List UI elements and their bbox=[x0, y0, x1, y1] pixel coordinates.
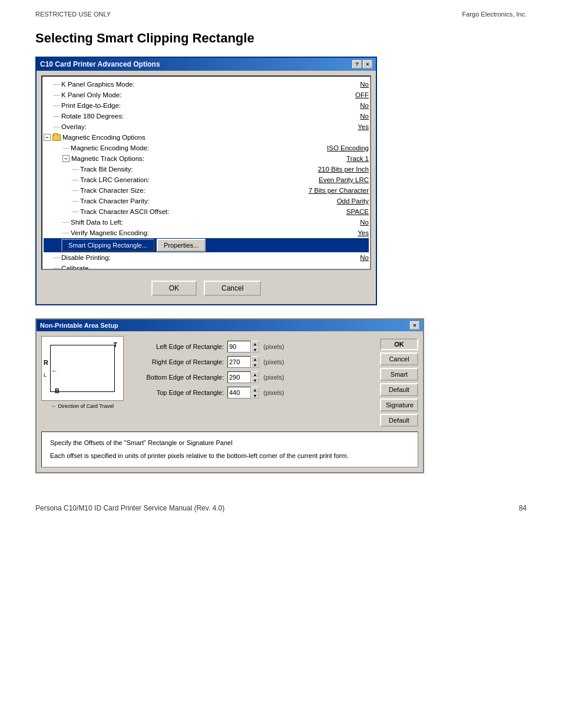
page-footer: Persona C10/M10 ID Card Printer Service … bbox=[0, 486, 562, 524]
tree-item-13[interactable]: ——Shift Data to Left: No bbox=[44, 217, 369, 228]
tree-item-6[interactable]: ——Magnetic Encoding Mode: ISO Encoding bbox=[44, 143, 369, 153]
right-btn-default-5[interactable]: Default bbox=[380, 414, 418, 427]
right-btn-ok-0[interactable]: OK bbox=[380, 338, 418, 350]
tree-value: 210 Bits per Inch bbox=[318, 164, 369, 174]
tree-item-11[interactable]: ——Track Character Parity: Odd Parity bbox=[44, 196, 369, 206]
tree-item-1[interactable]: ——K Panel Only Mode: OFF bbox=[44, 90, 369, 100]
spinbox-3[interactable]: ▲ ▼ bbox=[227, 387, 260, 398]
dialog1-titlebar-buttons: ? × bbox=[352, 60, 372, 68]
tree-value: ISO Encoding bbox=[327, 143, 369, 153]
dialog2-close-button[interactable]: × bbox=[410, 321, 419, 330]
tree-label: Rotate 180 Degrees: bbox=[61, 111, 360, 121]
footer-left: Persona C10/M10 ID Card Printer Service … bbox=[35, 504, 224, 512]
tree-item-9[interactable]: ——Track LRC Generation: Even Parity LRC bbox=[44, 174, 369, 185]
tree-dash: —— bbox=[72, 196, 79, 206]
spinbox-input-2[interactable] bbox=[227, 371, 251, 383]
tree-item-17[interactable]: ——Calibrate... bbox=[44, 263, 369, 270]
spinbox-btns-2: ▲ ▼ bbox=[251, 371, 259, 383]
tree-expand-btn[interactable]: − bbox=[44, 134, 51, 141]
tree-item-2[interactable]: ——Print Edge-to-Edge: No bbox=[44, 100, 369, 111]
field-label-3: Top Edge of Rectangle: bbox=[130, 389, 224, 396]
spinbox-down-3[interactable]: ▼ bbox=[251, 393, 259, 398]
dialog2-titlebar: Non-Printable Area Setup × bbox=[37, 319, 423, 331]
tree-label: Overlay: bbox=[61, 122, 358, 131]
field-unit-0: (pixels) bbox=[263, 343, 284, 350]
info-box: Specify the Offsets of the "Smart" Recta… bbox=[41, 431, 418, 467]
advanced-options-dialog: C10 Card Printer Advanced Options ? × ——… bbox=[35, 57, 377, 305]
spinbox-up-2[interactable]: ▲ bbox=[251, 371, 259, 377]
card-arrow: ← bbox=[51, 367, 58, 374]
right-btn-signature-4[interactable]: Signature bbox=[380, 398, 418, 411]
tree-value: No bbox=[360, 80, 369, 89]
tree-dash: —— bbox=[62, 228, 70, 238]
spinbox-down-2[interactable]: ▼ bbox=[251, 377, 259, 383]
tree-item-7[interactable]: −Magnetic Track Options: Track 1 bbox=[44, 153, 369, 164]
tree-item-3[interactable]: ——Rotate 180 Degrees: No bbox=[44, 111, 369, 121]
dialog1-titlebar: C10 Card Printer Advanced Options ? × bbox=[37, 58, 376, 71]
tree-dash: —— bbox=[72, 175, 79, 185]
spinbox-input-1[interactable] bbox=[227, 356, 251, 368]
tree-label: K Panel Only Mode: bbox=[61, 90, 355, 100]
tree-label: Magnetic Track Options: bbox=[71, 154, 346, 163]
tree-dash: —— bbox=[53, 111, 60, 121]
tree-item-14[interactable]: ——Verify Magnetic Encoding: Yes bbox=[44, 228, 369, 238]
spinbox-up-1[interactable]: ▲ bbox=[251, 356, 259, 362]
tree-item-15[interactable]: Smart Clipping Rectangle...Properties... bbox=[44, 238, 369, 252]
tree-value: Yes bbox=[358, 122, 369, 131]
properties-btn[interactable]: Properties... bbox=[157, 239, 206, 252]
right-btn-cancel-1[interactable]: Cancel bbox=[380, 353, 418, 365]
right-btn-default-3[interactable]: Default bbox=[380, 383, 418, 396]
spinbox-0[interactable]: ▲ ▼ bbox=[227, 341, 260, 353]
tree-item-10[interactable]: ——Track Character Size: 7 Bits per Chara… bbox=[44, 185, 369, 196]
tree-value: No bbox=[360, 253, 369, 262]
dialog2-title: Non-Printable Area Setup bbox=[40, 322, 118, 329]
tree-item-5[interactable]: − Magnetic Encoding Options bbox=[44, 132, 369, 143]
dialog1-cancel-button[interactable]: Cancel bbox=[204, 281, 261, 296]
spinbox-1[interactable]: ▲ ▼ bbox=[227, 356, 260, 368]
dialog2-body: R L B T ← ← Direction of Card Travel Lef… bbox=[37, 331, 423, 472]
card-label-l: L bbox=[44, 372, 47, 378]
dialog1-close-button[interactable]: × bbox=[363, 60, 372, 68]
tree-label: Calibrate... bbox=[61, 263, 369, 270]
dialog1-tree[interactable]: ——K Panel Graphics Mode: No——K Panel Onl… bbox=[41, 75, 371, 270]
spinbox-down-0[interactable]: ▼ bbox=[251, 347, 259, 353]
form-row-2: Bottom Edge of Rectangle: ▲ ▼ (pixels) bbox=[130, 371, 374, 383]
card-label-r: R bbox=[44, 359, 48, 366]
dialog1-ok-button[interactable]: OK bbox=[151, 281, 197, 296]
spinbox-up-0[interactable]: ▲ bbox=[251, 341, 259, 347]
card-label-b: B bbox=[55, 387, 59, 394]
tree-value: Track 1 bbox=[346, 154, 369, 163]
tree-label: Print Edge-to-Edge: bbox=[61, 101, 360, 110]
tree-item-4[interactable]: ——Overlay: Yes bbox=[44, 121, 369, 132]
spinbox-input-3[interactable] bbox=[227, 387, 251, 398]
smart-clipping-btn[interactable]: Smart Clipping Rectangle... bbox=[61, 239, 154, 252]
tree-dash: —— bbox=[53, 80, 60, 89]
tree-value: No bbox=[360, 218, 369, 227]
spinbox-down-1[interactable]: ▼ bbox=[251, 362, 259, 368]
form-area: Left Edge of Rectangle: ▲ ▼ (pixels) Rig… bbox=[130, 336, 374, 427]
tree-label: Track Character Parity: bbox=[80, 196, 337, 206]
spinbox-2[interactable]: ▲ ▼ bbox=[227, 371, 260, 383]
form-row-1: Right Edge of Rectangle: ▲ ▼ (pixels) bbox=[130, 356, 374, 368]
tree-item-8[interactable]: ——Track Bit Density: 210 Bits per Inch bbox=[44, 164, 369, 174]
tree-item-12[interactable]: ——Track Character ASCII Offset: SPACE bbox=[44, 206, 369, 217]
tree-label: Track Character Size: bbox=[80, 186, 309, 195]
tree-item-16[interactable]: ——Disable Printing: No bbox=[44, 252, 369, 263]
form-row-3: Top Edge of Rectangle: ▲ ▼ (pixels) bbox=[130, 387, 374, 398]
header-left: RESTRICTED USE ONLY bbox=[35, 11, 111, 18]
field-unit-3: (pixels) bbox=[263, 389, 284, 396]
tree-item-0[interactable]: ——K Panel Graphics Mode: No bbox=[44, 79, 369, 90]
tree-value: No bbox=[360, 111, 369, 121]
spinbox-btns-0: ▲ ▼ bbox=[251, 341, 259, 353]
spinbox-btns-3: ▲ ▼ bbox=[251, 387, 259, 398]
info-line2: Each offset is specified in units of pri… bbox=[50, 451, 409, 462]
tree-expand-btn[interactable]: − bbox=[62, 155, 70, 162]
spinbox-input-0[interactable] bbox=[227, 341, 251, 353]
dialog1-help-button[interactable]: ? bbox=[352, 60, 362, 68]
tree-value: 7 Bits per Character bbox=[309, 186, 369, 195]
spinbox-up-3[interactable]: ▲ bbox=[251, 387, 259, 393]
tree-value: Yes bbox=[358, 228, 369, 238]
spinbox-btns-1: ▲ ▼ bbox=[251, 356, 259, 368]
right-btn-smart-2[interactable]: Smart bbox=[380, 368, 418, 381]
tree-dash: —— bbox=[53, 253, 60, 262]
